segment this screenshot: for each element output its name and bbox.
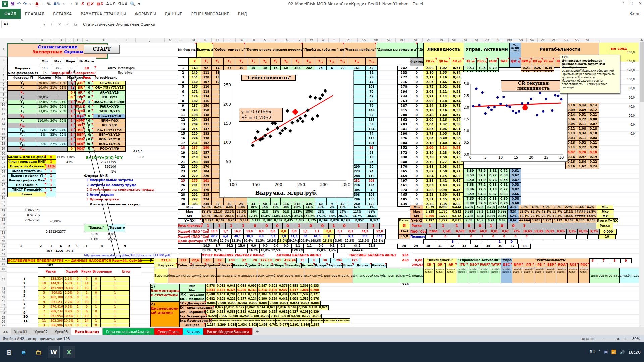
cell[interactable]: 0: [410, 183, 423, 188]
cell[interactable]: 0,97: [577, 155, 588, 160]
cell[interactable]: Долгос: [354, 263, 372, 268]
cell[interactable]: 0,578: [453, 229, 467, 235]
cell[interactable]: 29: [250, 258, 260, 263]
cell[interactable]: 294: [398, 89, 410, 94]
cell[interactable]: 1,39: [437, 104, 450, 108]
regression-model-cell[interactable]: CR=Y8/Y13: [93, 81, 126, 86]
cell[interactable]: 0,67: [500, 229, 511, 235]
cell[interactable]: 92: [201, 66, 212, 71]
cell[interactable]: 1: [92, 295, 101, 300]
cell[interactable]: 0: [410, 118, 423, 122]
cell[interactable]: 0,77: [488, 173, 499, 178]
cell[interactable]: [49, 137, 58, 142]
cell[interactable]: 9: [38, 300, 50, 305]
scatter-chart-sebestoimost[interactable]: 050100150200250100150200250300350Выручка…: [219, 70, 354, 198]
cell[interactable]: 2,38: [423, 179, 437, 183]
cell[interactable]: 1: [101, 286, 130, 291]
bottom-ratio-ДЗС[interactable]: ДЗС: [501, 263, 512, 268]
cell[interactable]: 0: [410, 146, 423, 150]
column-header-A[interactable]: A: [7, 38, 37, 42]
cell[interactable]: Y5: [8, 100, 37, 105]
cell[interactable]: 94: [366, 169, 378, 174]
cell[interactable]: 198: [189, 113, 201, 118]
cell[interactable]: 1: [68, 128, 76, 133]
cell[interactable]: 1: [101, 319, 130, 323]
cell[interactable]: Y9: [291, 58, 303, 66]
cell[interactable]: 171: [189, 89, 201, 94]
koeff-cell[interactable]: коэфф ициен т: [534, 268, 545, 283]
cell[interactable]: 280: [398, 113, 410, 118]
cell[interactable]: РП: [76, 123, 85, 128]
cell[interactable]: ДЗС: [76, 114, 85, 119]
cell[interactable]: 281: [272, 258, 284, 263]
koeff-cell[interactable]: коэфф ициен т: [457, 268, 468, 283]
cell[interactable]: Y5: [247, 58, 259, 66]
cell[interactable]: 10: [38, 281, 50, 286]
cell[interactable]: 164: [366, 183, 378, 188]
row-header-42[interactable]: 42: [0, 248, 7, 252]
cell[interactable]: 10: [598, 235, 615, 239]
cell[interactable]: 0: [475, 223, 486, 229]
cell[interactable]: 2,38: [423, 155, 437, 160]
cell[interactable]: 10,6%: [522, 229, 533, 235]
cell[interactable]: централ ьного аппарат а: [217, 268, 257, 283]
clock[interactable]: 18:20: [628, 350, 641, 355]
cell[interactable]: 0,34: [577, 131, 588, 136]
row-header-26[interactable]: 26: [0, 178, 7, 183]
cell[interactable]: 0: [339, 223, 350, 229]
cell[interactable]: 27: [178, 188, 189, 193]
row-header-45[interactable]: 45: [0, 262, 7, 267]
cell[interactable]: 8: [609, 259, 621, 263]
cell[interactable]: 170: [201, 188, 212, 193]
cell[interactable]: 224: [201, 197, 212, 202]
cell[interactable]: 12: [38, 286, 50, 291]
cell[interactable]: [49, 123, 58, 128]
cell[interactable]: 1,32: [437, 122, 450, 127]
cell[interactable]: 120,2%: [292, 249, 304, 253]
bottom-ratio-BEP[interactable]: BEP: [545, 263, 556, 268]
cell[interactable]: 10,6%: [64, 314, 74, 319]
cell[interactable]: 125: [348, 258, 361, 263]
cell[interactable]: 18: [366, 155, 378, 160]
cell[interactable]: 180: [201, 146, 212, 150]
cell[interactable]: 0,0: [255, 229, 267, 235]
row-header-20[interactable]: 20: [0, 152, 7, 157]
cell[interactable]: 0: [508, 223, 519, 229]
cell[interactable]: 0,51: [450, 66, 464, 71]
row-header-13[interactable]: 13: [0, 117, 7, 122]
cell[interactable]: "Кредито: [108, 224, 125, 232]
cell[interactable]: 7: [38, 309, 50, 314]
row-header-48[interactable]: 48: [0, 287, 7, 291]
borders-icon[interactable]: ⊞: [75, 1, 78, 7]
cell[interactable]: 0: [272, 223, 282, 229]
cell[interactable]: Y8: [8, 114, 37, 119]
cell[interactable]: 2,80: [423, 71, 437, 75]
control-label[interactable]: Флаг генерации RND: [8, 160, 46, 164]
cell[interactable]: Правило: [410, 235, 426, 239]
cell[interactable]: Риски: [596, 223, 613, 229]
cell[interactable]: 1: [101, 291, 130, 295]
cell[interactable]: К-во факторов Yi: [8, 71, 38, 76]
cell[interactable]: 1,84: [423, 136, 437, 141]
cell[interactable]: 1: [101, 309, 130, 314]
cell[interactable]: ROE: [76, 142, 85, 147]
cell[interactable]: 0,79: [450, 183, 464, 188]
zoom-level[interactable]: 80%: [632, 335, 640, 342]
cell[interactable]: 0,09: [588, 117, 599, 122]
cell[interactable]: 1,02: [437, 66, 450, 71]
mid-col-title[interactable]: № Фир мы: [178, 43, 197, 58]
column-header-T[interactable]: T: [270, 38, 281, 42]
bottom-group-header[interactable]: "Рентабельность": [512, 258, 590, 263]
cell[interactable]: 362: [398, 118, 410, 122]
cell[interactable]: 171: [178, 258, 190, 263]
cell[interactable]: [37, 123, 49, 128]
koeff-cell[interactable]: коэфф ициен т: [556, 268, 568, 283]
cell[interactable]: Y7: [271, 58, 281, 66]
cell[interactable]: 179,14: [260, 258, 272, 263]
koeff-cell[interactable]: коэфф ициен т: [468, 268, 479, 283]
cell[interactable]: 46,3%: [248, 249, 260, 253]
cell[interactable]: 7: [38, 277, 50, 281]
cell[interactable]: 0,22: [588, 160, 599, 164]
cell[interactable]: 170: [201, 165, 212, 169]
cell[interactable]: 1: [101, 314, 130, 319]
